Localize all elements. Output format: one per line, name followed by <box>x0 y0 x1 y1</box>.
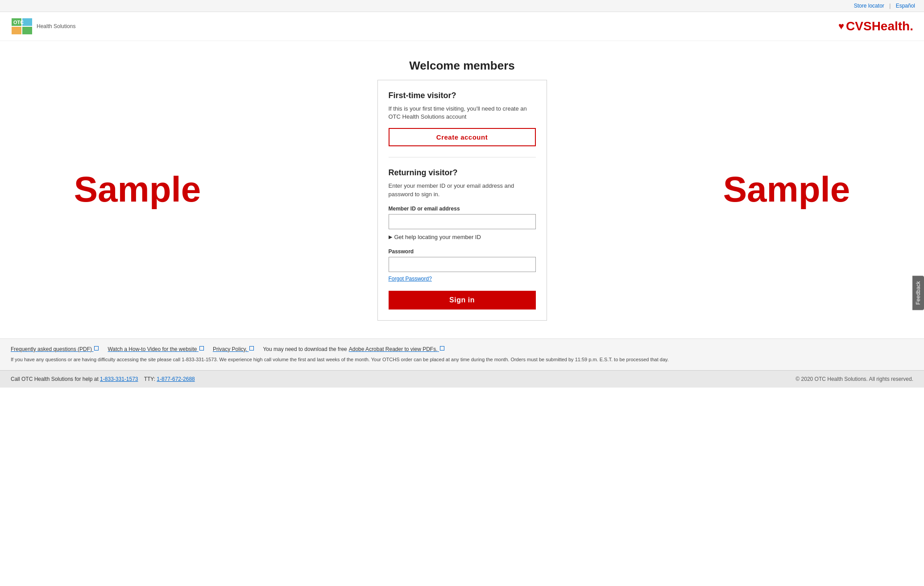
otc-logo: OTC Health Solutions <box>11 17 75 35</box>
welcome-title: Welcome members <box>377 59 547 73</box>
cvs-logo-text: CVSHealth. <box>846 19 913 33</box>
password-field-group: Password <box>389 248 536 272</box>
footer-links-row: Frequently asked questions (PDF) Watch a… <box>11 346 913 352</box>
member-id-help-link[interactable]: ▶ Get help locating your member ID <box>389 234 536 240</box>
center-panel: Welcome members First-time visitor? If t… <box>377 59 547 321</box>
footer-notice: If you have any questions or are having … <box>11 356 913 363</box>
svg-text:OTC: OTC <box>13 20 24 25</box>
otc-svg-icon: OTC <box>12 18 33 34</box>
sample-watermark-left: Sample <box>74 169 201 210</box>
tty-label: TTY: <box>144 376 155 382</box>
returning-title: Returning visitor? <box>389 168 536 177</box>
svg-rect-2 <box>12 27 21 34</box>
sample-watermark-right: Sample <box>723 169 850 210</box>
create-account-button[interactable]: Create account <box>389 128 536 146</box>
svg-rect-3 <box>22 27 32 34</box>
copyright-text: © 2020 OTC Health Solutions. All rights … <box>796 376 913 382</box>
section-divider <box>389 157 536 157</box>
privacy-link[interactable]: Privacy Policy. <box>213 346 254 352</box>
login-box: First-time visitor? If this is your firs… <box>377 80 547 321</box>
espanol-link[interactable]: Español <box>896 3 915 9</box>
adobe-link[interactable]: Adobe Acrobat Reader to view PDFs. <box>349 346 444 352</box>
password-input[interactable] <box>389 257 536 272</box>
header: OTC Health Solutions ♥ CVSHealth. <box>0 12 924 41</box>
call-text: Call OTC Health Solutions for help at <box>11 376 99 382</box>
faq-link[interactable]: Frequently asked questions (PDF) <box>11 346 99 352</box>
main-content: Sample Sample Welcome members First-time… <box>0 41 924 338</box>
heart-icon: ♥ <box>838 21 844 32</box>
tty-phone-link[interactable]: 1-877-672-2688 <box>157 376 195 382</box>
utility-bar: Store locator | Español <box>0 0 924 12</box>
footer-bottom: Call OTC Health Solutions for help at 1-… <box>0 370 924 388</box>
utility-separator: | <box>889 3 891 9</box>
returning-section: Returning visitor? Enter your member ID … <box>389 168 536 309</box>
adobe-text: You may need to download the free <box>263 346 347 352</box>
forgot-password-link[interactable]: Forgot Password? <box>389 276 536 282</box>
sign-in-button[interactable]: Sign in <box>389 291 536 310</box>
help-link-text: Get help locating your member ID <box>394 234 481 240</box>
otc-logo-text: Health Solutions <box>37 23 75 29</box>
footer-links: Frequently asked questions (PDF) Watch a… <box>0 338 924 371</box>
member-id-input[interactable] <box>389 214 536 229</box>
footer-contact: Call OTC Health Solutions for help at 1-… <box>11 376 195 382</box>
feedback-tab[interactable]: Feedback <box>912 276 924 310</box>
cvs-logo: ♥ CVSHealth. <box>838 19 913 33</box>
arrow-icon: ▶ <box>389 234 392 240</box>
first-time-title: First-time visitor? <box>389 91 536 100</box>
svg-rect-1 <box>22 18 32 26</box>
first-time-description: If this is your first time visiting, you… <box>389 105 536 121</box>
external-link-icon <box>94 346 99 351</box>
external-link-icon <box>440 346 444 351</box>
password-label: Password <box>389 248 536 255</box>
returning-description: Enter your member ID or your email addre… <box>389 182 536 198</box>
video-link[interactable]: Watch a How-to Video for the website <box>108 346 203 352</box>
external-link-icon <box>249 346 254 351</box>
member-id-field-group: Member ID or email address <box>389 206 536 229</box>
otc-logo-icon: OTC <box>11 17 34 35</box>
store-locator-link[interactable]: Store locator <box>854 3 884 9</box>
footer-phone-link[interactable]: 1-833-331-1573 <box>100 376 138 382</box>
external-link-icon <box>199 346 204 351</box>
first-time-section: First-time visitor? If this is your firs… <box>389 91 536 146</box>
member-id-label: Member ID or email address <box>389 206 536 212</box>
